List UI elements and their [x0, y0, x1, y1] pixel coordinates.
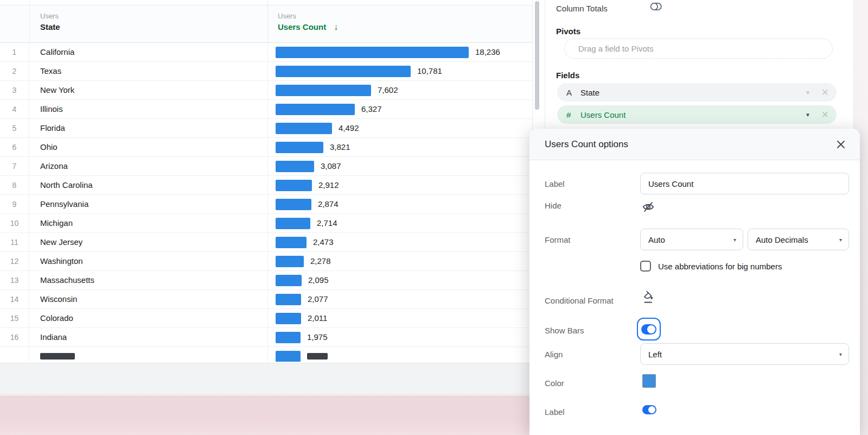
table-row-partial[interactable] [0, 347, 533, 362]
table-row[interactable]: 15 Colorado 2,011 [0, 309, 533, 328]
value-bar [276, 142, 323, 153]
state-cell[interactable]: California [40, 43, 74, 61]
label-input[interactable]: Users Count [640, 173, 849, 194]
users-count-cell[interactable] [267, 347, 533, 362]
value-label: 2,912 [318, 176, 339, 194]
table-footer-strip [0, 363, 545, 395]
field-pill-state[interactable]: A State ▾ ✕ [557, 83, 837, 102]
align-dropdown[interactable]: Left ▾ [640, 343, 849, 365]
eye-off-icon[interactable] [641, 200, 655, 214]
users-count-cell[interactable]: 4,492 [267, 119, 533, 137]
table-top-sliver [0, 0, 533, 5]
table-row[interactable]: 12 Washington 2,278 [0, 252, 533, 271]
users-count-cell[interactable]: 10,781 [267, 62, 533, 80]
state-cell[interactable]: Indiana [40, 328, 67, 346]
state-cell[interactable]: Washington [40, 252, 83, 270]
state-cell[interactable]: Florida [40, 119, 65, 137]
label-toggle-on[interactable] [642, 405, 656, 414]
value-bar [276, 104, 355, 115]
value-label: 2,077 [308, 290, 328, 308]
results-table: Users State Users Users Count↓ 1 Califor… [0, 0, 533, 362]
state-cell[interactable]: New York [40, 81, 74, 99]
clipped-text [307, 353, 328, 360]
table-row[interactable]: 2 Texas 10,781 [0, 62, 533, 81]
label-field-label: Label [545, 179, 565, 188]
row-number: 12 [0, 252, 29, 270]
state-cell[interactable]: Massachusetts [40, 271, 94, 289]
table-row[interactable]: 14 Wisconsin 2,077 [0, 290, 533, 309]
table-row[interactable]: 4 Illinois 6,327 [0, 100, 533, 119]
table-header: Users State Users Users Count↓ [0, 5, 533, 43]
state-cell[interactable]: New Jersey [40, 233, 82, 251]
modal-title: Users Count options [545, 139, 628, 150]
state-cell[interactable]: Wisconsin [40, 290, 77, 308]
column-header-state[interactable]: Users State [40, 12, 60, 32]
table-row[interactable]: 10 Michigan 2,714 [0, 214, 533, 233]
users-count-cell[interactable]: 2,011 [267, 309, 533, 327]
bar-color-swatch[interactable] [642, 374, 656, 388]
chevron-down-icon[interactable]: ▾ [806, 111, 809, 118]
table-vertical-scrollbar[interactable] [535, 1, 539, 110]
users-count-cell[interactable]: 3,087 [267, 157, 533, 175]
state-cell[interactable]: Pennsylvania [40, 195, 88, 213]
paint-bucket-icon[interactable] [641, 290, 655, 306]
users-count-cell[interactable]: 18,236 [267, 43, 533, 61]
users-count-cell[interactable]: 7,602 [267, 81, 533, 99]
table-row[interactable]: 7 Arizona 3,087 [0, 157, 533, 176]
number-type-icon: # [566, 110, 580, 119]
row-number: 11 [0, 233, 29, 251]
table-row[interactable]: 11 New Jersey 2,473 [0, 233, 533, 252]
users-count-cell[interactable]: 2,912 [267, 176, 533, 194]
table-row[interactable]: 5 Florida 4,492 [0, 119, 533, 138]
table-row[interactable]: 16 Indiana 1,975 [0, 328, 533, 347]
row-number [0, 347, 29, 362]
state-cell[interactable]: Illinois [40, 100, 63, 118]
table-row[interactable]: 1 California 18,236 [0, 43, 533, 62]
state-cell[interactable]: Colorado [40, 309, 73, 327]
table-row[interactable]: 8 North Carolina 2,912 [0, 176, 533, 195]
remove-field-icon[interactable]: ✕ [821, 87, 829, 98]
users-count-cell[interactable]: 2,714 [267, 214, 533, 232]
row-number: 13 [0, 271, 29, 289]
value-label: 3,087 [321, 157, 341, 175]
column-totals-toggle-off[interactable] [650, 2, 662, 11]
value-label: 10,781 [417, 62, 442, 80]
state-cell[interactable]: Ohio [40, 138, 58, 156]
users-count-cell[interactable]: 2,473 [267, 233, 533, 251]
users-count-cell[interactable]: 2,077 [267, 290, 533, 308]
users-count-cell[interactable]: 2,095 [267, 271, 533, 289]
state-cell[interactable]: North Carolina [40, 176, 93, 194]
field-pill-users-count[interactable]: # Users Count ▾ ✕ [557, 105, 837, 124]
abbreviations-checkbox[interactable] [640, 261, 651, 272]
state-cell[interactable]: Texas [40, 62, 61, 80]
table-row[interactable]: 9 Pennsylvania 2,874 [0, 195, 533, 214]
row-number: 14 [0, 290, 29, 308]
close-icon[interactable] [836, 140, 846, 149]
row-number: 6 [0, 138, 29, 156]
users-count-cell[interactable]: 2,874 [267, 195, 533, 213]
table-row[interactable]: 6 Ohio 3,821 [0, 138, 533, 157]
color-field-label: Color [545, 379, 564, 388]
abbreviations-label: Use abbreviations for big numbers [658, 262, 782, 271]
users-count-cell[interactable]: 6,327 [267, 100, 533, 118]
format-dropdown[interactable]: Auto ▾ [640, 229, 743, 250]
sort-desc-icon[interactable]: ↓ [334, 22, 338, 31]
chevron-down-icon[interactable]: ▾ [806, 89, 809, 96]
column-header-users-count[interactable]: Users Users Count↓ [278, 12, 338, 32]
remove-field-icon[interactable]: ✕ [821, 109, 829, 121]
state-cell[interactable]: Arizona [40, 157, 68, 175]
toggle-knob [647, 325, 655, 333]
show-bars-toggle-on[interactable] [637, 318, 661, 341]
row-number: 10 [0, 214, 29, 232]
users-count-cell[interactable]: 3,821 [267, 138, 533, 156]
label-toggle-label: Label [545, 407, 565, 417]
chevron-down-icon: ▾ [839, 351, 842, 357]
users-count-cell[interactable]: 1,975 [267, 328, 533, 346]
value-bar [276, 332, 301, 343]
pivots-drop-zone[interactable]: Drag a field to Pivots [564, 39, 833, 59]
users-count-cell[interactable]: 2,278 [267, 252, 533, 270]
decimals-dropdown[interactable]: Auto Decimals ▾ [748, 229, 849, 250]
state-cell[interactable]: Michigan [40, 214, 73, 232]
table-row[interactable]: 3 New York 7,602 [0, 81, 533, 100]
table-row[interactable]: 13 Massachusetts 2,095 [0, 271, 533, 290]
